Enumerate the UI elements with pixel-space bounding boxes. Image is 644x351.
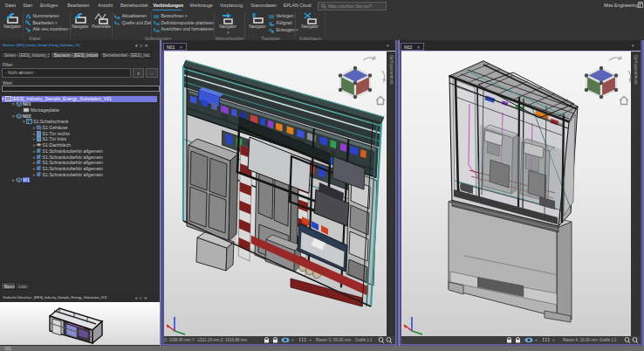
svg-text::: : <box>278 339 279 343</box>
svg-text::: : <box>521 339 522 343</box>
